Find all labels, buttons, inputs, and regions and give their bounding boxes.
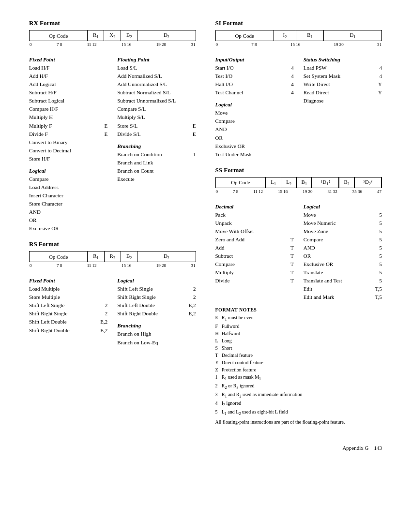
rs-field-r3: R3: [104, 251, 121, 262]
list-item: Branch and Link: [117, 159, 196, 167]
ss-logical-title: Logical: [304, 204, 382, 209]
list-item: CompareT: [215, 260, 294, 268]
list-item: Convert to Binary: [29, 138, 107, 147]
rs-branching-list: Branch on High Branch on Low-Eq: [117, 330, 196, 346]
rx-floating-title: Floating Point: [117, 57, 196, 62]
list-item: Multiply S/L: [117, 113, 196, 121]
rx-field-opcode: Op Code: [30, 30, 88, 41]
list-item: Test Under Mask: [215, 150, 294, 159]
list-item: Shift Left DoubleE,2: [117, 301, 196, 310]
list-item: S Short: [215, 344, 305, 352]
rs-logical-list: Shift Left Single2 Shift Right Single2 S…: [117, 285, 196, 318]
list-item: Add Normalized S/L: [117, 72, 196, 80]
si-format-table: Op Code I2 B1 D1: [215, 30, 382, 41]
rs-subsections: Fixed Point Load Multiple Store Multiple…: [29, 273, 196, 346]
rx-field-x2: X2: [104, 30, 121, 41]
list-item: Multiply FE: [29, 122, 107, 130]
list-item: Branch on High: [117, 330, 196, 338]
list-item: H Halfword: [215, 330, 305, 337]
list-item: Subtract Logical: [29, 97, 107, 105]
list-item: Load Multiple: [29, 285, 107, 293]
list-item: Move5: [304, 211, 382, 219]
list-item: Compare: [215, 117, 294, 125]
ss-format-title: SS Format: [215, 166, 382, 174]
rx-right-subsections: Floating Point Load S/L Add Normalized S…: [117, 52, 196, 233]
list-item: Test Channel4: [215, 89, 294, 97]
rs-format-diagram: Op Code R1 R3 B2 D2 0 7 8 11 12 15 16 19…: [29, 251, 196, 268]
si-status-title: Status Switching: [304, 57, 382, 62]
rx-field-d2: D2: [137, 30, 196, 41]
ss-field-l1: L1: [266, 177, 281, 188]
list-item: Unpack: [215, 219, 294, 227]
list-item: Compare S/L: [117, 105, 196, 113]
list-item: T Decimal feature: [215, 352, 305, 359]
list-item: Test I/O4: [215, 72, 294, 80]
list-item: Multiply H: [29, 113, 107, 121]
list-item: AddT: [215, 244, 294, 252]
list-item: Start I/O4: [215, 64, 294, 72]
list-item: Compare5: [304, 236, 382, 244]
list-item: Move With Offset: [215, 227, 294, 236]
rx-format-section: RX Format Op Code R1 X2 B2 D2 0 7 8 11 1…: [29, 19, 196, 233]
list-item: Divide FE: [29, 130, 107, 138]
list-item: Load S/L: [117, 64, 196, 72]
rs-bit-labels: 0 7 8 11 12 15 16 19 20 31: [29, 263, 196, 268]
si-io-list: Start I/O4 Test I/O4 Halt I/O4 Test Chan…: [215, 64, 294, 97]
list-item: Shift Left Single2: [117, 285, 196, 293]
list-item: Move: [215, 109, 294, 117]
list-item: Exclusive OR: [215, 142, 294, 150]
list-item: MultiplyT: [215, 268, 294, 277]
list-item: Store H/F: [29, 155, 107, 163]
list-item: Branch on Low-Eq: [117, 339, 196, 347]
si-status-list: Load PSW4 Set System Mask4 Write DirectY…: [304, 64, 382, 105]
si-field-opcode: Op Code: [215, 30, 274, 41]
list-item: Set System Mask4: [304, 72, 382, 80]
list-item: Load PSW4: [304, 64, 382, 72]
list-item: Shift Right Single2: [117, 293, 196, 301]
ss-decimal-col: Decimal Pack Unpack Move With Offset Zer…: [215, 199, 294, 302]
si-logical-title: Logical: [215, 102, 294, 107]
list-item: F Fullword: [215, 323, 305, 330]
list-item: Store Multiple: [29, 293, 107, 301]
page-number: 143: [374, 445, 382, 451]
ss-field-d2: }D2{: [354, 177, 381, 188]
rx-format-diagram: Op Code R1 X2 B2 D2 0 7 8 11 12 15 16 19…: [29, 30, 196, 47]
list-item: Exclusive OR5: [304, 260, 382, 268]
list-item: Translate and Test5: [304, 277, 382, 285]
list-item: Translate5: [304, 268, 382, 277]
rx-left-subsections: Fixed Point Load H/F Add H/F Add Logical…: [29, 52, 107, 233]
list-item: Write DirectY: [304, 80, 382, 89]
appendix-label: Appendix G: [342, 445, 368, 451]
list-item: Shift Left Single2: [29, 301, 107, 310]
list-item: Halt I/O4: [215, 80, 294, 89]
si-format-title: SI Format: [215, 19, 382, 27]
list-item: SubtractT: [215, 252, 294, 260]
rx-logical-list: Compare Load Address Insert Character St…: [29, 175, 107, 233]
list-item: L Long: [215, 337, 305, 344]
ss-format-diagram: Op Code L1 L2 B1 }D1{ B2 }D2{ 0: [215, 177, 382, 194]
list-item: DivideT: [215, 277, 294, 285]
rx-subsections: Fixed Point Load H/F Add H/F Add Logical…: [29, 52, 196, 233]
si-field-b1: B1: [296, 30, 324, 41]
ss-field-b1: B1: [297, 177, 312, 188]
list-item: Subtract Normalized S/L: [117, 89, 196, 97]
ss-field-opcode: Op Code: [215, 177, 266, 188]
list-item: Shift Right DoubleE,2: [117, 310, 196, 318]
list-item: 4 I2 ignored: [215, 399, 305, 408]
si-logical-list: Move Compare AND OR Exclusive OR Test Un…: [215, 109, 294, 158]
list-item: AND: [215, 125, 294, 133]
list-item: Zero and AddT: [215, 236, 294, 244]
list-item: Compare H/F: [29, 105, 107, 113]
list-item: 5 L1 and L2 used as eight-bit L field: [215, 408, 305, 417]
list-item: Shift Right DoubleE,2: [29, 326, 107, 335]
ss-field-d1: }D1{: [312, 177, 339, 188]
floating-footnote: All floating-point instructions are part…: [215, 419, 382, 426]
ss-field-b2: B2: [339, 177, 354, 188]
list-item: Compare: [29, 175, 107, 183]
list-item: Branch on Count: [117, 167, 196, 175]
list-item: Add Unnormalized S/L: [117, 80, 196, 89]
si-io-title: Input/Output: [215, 57, 294, 62]
ss-subsections: Decimal Pack Unpack Move With Offset Zer…: [215, 199, 382, 302]
rs-format-section: RS Format Op Code R1 R3 B2 D2 0 7 8 11 1…: [29, 240, 196, 346]
list-item: Add Logical: [29, 80, 107, 89]
